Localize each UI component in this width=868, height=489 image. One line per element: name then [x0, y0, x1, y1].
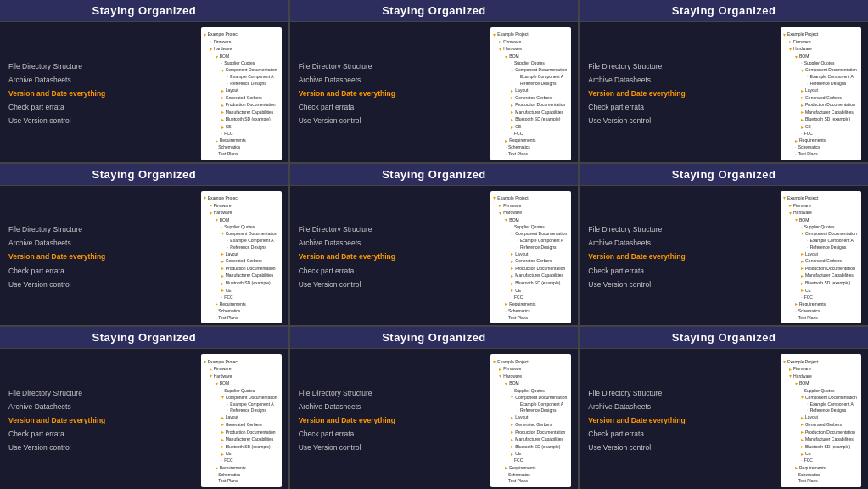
tree-item: · Supplier Quotes — [783, 59, 859, 66]
tree-item: ▸ Requirements — [783, 301, 859, 308]
tree-item: · Example Component A — [493, 74, 568, 81]
file-tree: ▾ Example Project ▸ Firmware ▾ Hardware … — [781, 354, 861, 487]
tree-item: ▾ Example Project — [204, 357, 279, 365]
bullet-item: File Directory Structure — [297, 225, 486, 234]
slide-body: File Directory StructureArchive Datashee… — [0, 349, 288, 489]
tree-item: ▸ Generated Gerbers — [783, 257, 859, 265]
tree-item: ▾ Component Documentation — [204, 66, 279, 74]
tree-item: · Reference Designs — [493, 407, 568, 413]
bullet-item: File Directory Structure — [7, 62, 196, 71]
tree-item: · Example Component A — [783, 74, 859, 81]
tree-item: ▸ Requirements — [204, 137, 279, 144]
tree-item: · Supplier Quotes — [493, 223, 568, 230]
tree-item: ▸ Requirements — [204, 301, 279, 308]
tree-item: ▾ BOM — [783, 379, 859, 387]
tree-item: ▸ CE — [204, 123, 279, 131]
tree-item: · Example Component A — [204, 74, 279, 81]
tree-item: ▾ BOM — [783, 216, 859, 223]
tree-item: · Reference Designs — [204, 407, 279, 413]
slide-title: Staying Organized — [580, 164, 868, 186]
tree-item: ▾ BOM — [493, 379, 568, 387]
tree-item: ▸ CE — [493, 286, 568, 294]
tree-item: · Example Component A — [783, 401, 859, 408]
tree-item: ▸ Production Documentation — [493, 428, 568, 436]
tree-item: ▸ Generated Gerbers — [204, 93, 279, 101]
bullet-item: Archive Datasheets — [297, 76, 486, 85]
tree-item: ▸ CE — [204, 286, 279, 294]
tree-item: ▸ CE — [783, 123, 859, 131]
bullet-item: Version and Date everything — [7, 416, 196, 425]
tree-item: ▾ Component Documentation — [783, 66, 859, 74]
slide-body: File Directory StructureArchive Datashee… — [580, 349, 868, 489]
bullet-item: Use Version control — [297, 280, 486, 289]
tree-item: · Example Component A — [493, 237, 568, 244]
bullet-list: File Directory StructureArchive Datashee… — [7, 27, 196, 160]
tree-item: ▸ Firmware — [493, 201, 568, 209]
bullet-item: Check part errata — [297, 430, 486, 439]
tree-item: · Schematics — [493, 471, 568, 478]
tree-item: ▾ Component Documentation — [493, 66, 568, 74]
bullet-item: Version and Date everything — [7, 252, 196, 261]
tree-item: ▾ BOM — [493, 216, 568, 223]
tree-item: ▾ Example Project — [493, 31, 568, 38]
tree-item: ▸ Production Documentation — [204, 428, 279, 436]
tree-item: · Schematics — [783, 144, 859, 151]
slide-body: File Directory StructureArchive Datashee… — [290, 186, 579, 326]
tree-item: · FCC — [493, 458, 568, 464]
slide-4: Staying Organized File Directory Structu… — [0, 164, 288, 326]
bullet-list: File Directory StructureArchive Datashee… — [297, 354, 486, 487]
tree-item: ▸ Firmware — [783, 38, 859, 46]
bullet-item: Use Version control — [586, 116, 776, 126]
tree-item: · Reference Designs — [204, 80, 279, 87]
slide-grid: Staying Organized File Directory Structu… — [0, 0, 868, 489]
tree-item: ▾ Hardware — [204, 209, 279, 216]
slide-3: Staying Organized File Directory Structu… — [580, 0, 868, 162]
slide-title: Staying Organized — [290, 0, 579, 22]
tree-item: ▸ Layout — [493, 413, 568, 421]
slide-body: File Directory StructureArchive Datashee… — [580, 22, 868, 162]
tree-item: ▾ BOM — [204, 216, 279, 223]
slide-title: Staying Organized — [580, 327, 868, 349]
tree-item: ▸ Manufacturer Capabilities — [493, 109, 568, 116]
tree-item: · Example Component A — [204, 401, 279, 408]
tree-item: · Supplier Quotes — [204, 387, 279, 394]
bullet-item: Archive Datasheets — [297, 402, 486, 412]
tree-item: ▸ Production Documentation — [204, 101, 279, 109]
tree-item: · Reference Designs — [493, 244, 568, 250]
bullet-item: File Directory Structure — [586, 225, 776, 234]
tree-item: ▾ Hardware — [493, 45, 568, 53]
tree-item: ▸ Generated Gerbers — [204, 421, 279, 429]
tree-item: ▾ BOM — [204, 53, 279, 60]
slide-5: Staying Organized File Directory Structu… — [290, 164, 579, 326]
tree-item: ▸ Generated Gerbers — [493, 93, 568, 101]
tree-item: ▸ Manufacturer Capabilities — [783, 436, 859, 443]
bullet-item: Use Version control — [297, 116, 486, 126]
bullet-item: Use Version control — [7, 116, 196, 126]
tree-item: ▸ CE — [493, 123, 568, 131]
tree-item: · Supplier Quotes — [204, 223, 279, 230]
slide-title: Staying Organized — [0, 164, 288, 186]
tree-item: ▸ Manufacturer Capabilities — [493, 436, 568, 443]
file-tree: ▾ Example Project ▸ Firmware ▾ Hardware … — [201, 27, 282, 160]
bullet-item: Version and Date everything — [7, 89, 196, 98]
tree-item: ▸ Firmware — [493, 38, 568, 46]
tree-item: ▸ Bluetooth SD (example) — [783, 279, 859, 287]
tree-item: ▸ Layout — [204, 413, 279, 421]
tree-item: ▾ Hardware — [783, 45, 859, 53]
bullet-item: Use Version control — [7, 443, 196, 452]
tree-item: · Schematics — [493, 144, 568, 151]
tree-item: ▸ Production Documentation — [493, 265, 568, 273]
bullet-item: File Directory Structure — [297, 389, 486, 398]
tree-item: · FCC — [493, 130, 568, 137]
tree-item: ▾ Component Documentation — [783, 393, 859, 401]
tree-item: ▸ Generated Gerbers — [493, 421, 568, 429]
file-tree: ▾ Example Project ▸ Firmware ▾ Hardware … — [490, 27, 571, 160]
bullet-item: Check part errata — [7, 103, 196, 112]
tree-item: ▸ Bluetooth SD (example) — [493, 115, 568, 123]
bullet-item: File Directory Structure — [586, 62, 776, 71]
tree-item: · Test Plans — [204, 314, 279, 321]
tree-item: ▸ Bluetooth SD (example) — [783, 115, 859, 123]
tree-item: · FCC — [204, 294, 279, 301]
bullet-list: File Directory StructureArchive Datashee… — [586, 27, 776, 160]
tree-item: ▾ Component Documentation — [493, 393, 568, 401]
